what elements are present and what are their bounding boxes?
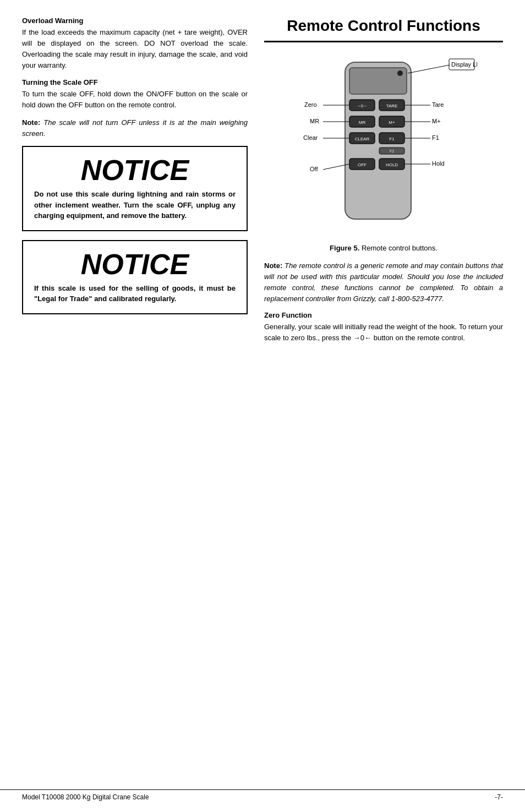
notice-box-1: NOTICE Do not use this scale during ligh…: [22, 146, 248, 231]
footer-model: Model T10008 2000 Kg Digital Crane Scale: [22, 793, 149, 801]
svg-text:MR: MR: [310, 118, 319, 124]
zero-function-text: Generally, your scale will initially rea…: [264, 321, 503, 344]
svg-text:M+: M+: [432, 118, 441, 124]
remote-note: Note: The remote control is a generic re…: [264, 260, 503, 305]
svg-text:CLEAR: CLEAR: [355, 137, 370, 141]
svg-text:F1: F1: [389, 137, 395, 141]
svg-text:MR: MR: [359, 120, 366, 125]
notice-body-1: Do not use this scale during lightning a…: [34, 189, 236, 221]
figure-caption: Figure 5. Remote control buttons.: [264, 243, 503, 254]
svg-text:F2: F2: [390, 149, 394, 153]
svg-point-2: [397, 70, 403, 76]
svg-text:HOLD: HOLD: [386, 162, 398, 167]
svg-text:TARE: TARE: [386, 103, 398, 108]
turning-off-note: Note: The scale will not turn OFF unless…: [22, 117, 248, 139]
svg-text:Tare: Tare: [432, 101, 444, 108]
notice-box-2: NOTICE If this scale is used for the sel…: [22, 240, 248, 314]
footer-page: -7-: [495, 793, 503, 801]
notice-title-2: NOTICE: [34, 250, 236, 279]
turning-off-text: To turn the scale OFF, hold down the ON/…: [22, 89, 248, 111]
remote-diagram-container: →0← TARE MR M+ CLEAR F1 F2 OFF HOLD Disp…: [264, 51, 503, 238]
svg-text:Hold: Hold: [432, 160, 445, 167]
page-title: Remote Control Functions: [264, 17, 503, 35]
svg-text:Display LED: Display LED: [451, 61, 477, 68]
footer: Model T10008 2000 Kg Digital Crane Scale…: [0, 789, 525, 801]
notice-body-2: If this scale is used for the selling of…: [34, 283, 236, 304]
remote-diagram-svg: →0← TARE MR M+ CLEAR F1 F2 OFF HOLD Disp…: [290, 51, 477, 238]
svg-text:F1: F1: [432, 134, 439, 141]
svg-text:Zero: Zero: [304, 101, 317, 108]
notice-title-1: NOTICE: [34, 156, 236, 184]
svg-text:Off: Off: [310, 166, 318, 172]
svg-text:Clear: Clear: [303, 134, 318, 141]
svg-text:M+: M+: [389, 120, 395, 125]
overload-warning-heading: Overload Warning: [22, 17, 248, 25]
overload-warning-text: If the load exceeds the maximum capacity…: [22, 27, 248, 72]
turning-off-heading: Turning the Scale OFF: [22, 78, 248, 86]
svg-text:→0←: →0←: [357, 103, 368, 108]
svg-text:OFF: OFF: [358, 162, 367, 167]
svg-line-21: [408, 65, 450, 73]
title-divider: [264, 41, 503, 42]
zero-function-heading: Zero Function: [264, 311, 503, 319]
